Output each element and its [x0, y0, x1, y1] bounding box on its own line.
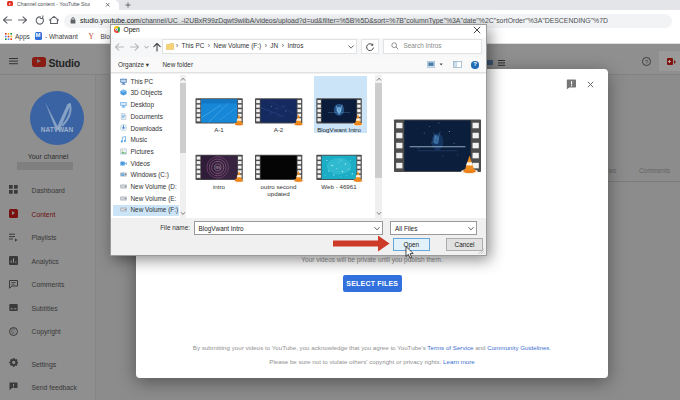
- svg-text:76%: 76%: [215, 166, 221, 170]
